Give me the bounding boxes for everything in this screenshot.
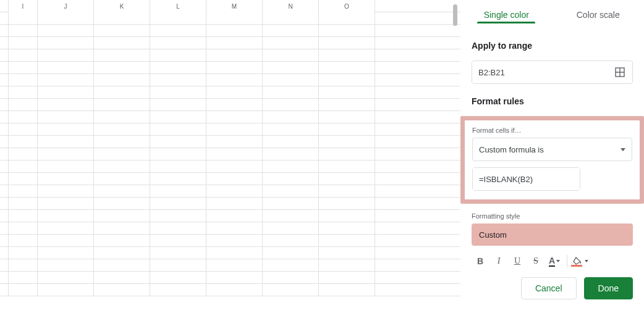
cell[interactable] <box>94 123 150 136</box>
row-handle[interactable] <box>0 49 9 61</box>
cell[interactable] <box>319 136 375 148</box>
column-header[interactable]: J <box>38 0 94 12</box>
row-handle[interactable] <box>0 284 9 296</box>
cell[interactable] <box>38 136 94 148</box>
cell[interactable] <box>9 173 38 185</box>
cell[interactable] <box>150 272 206 284</box>
cell[interactable] <box>319 49 375 62</box>
apply-to-range-input[interactable] <box>472 61 608 83</box>
cell[interactable] <box>263 111 319 123</box>
cell[interactable] <box>94 25 150 37</box>
cell[interactable] <box>319 37 375 49</box>
cell[interactable] <box>206 259 263 272</box>
cell[interactable] <box>150 12 206 25</box>
cell[interactable] <box>94 272 150 284</box>
cell[interactable] <box>38 161 94 173</box>
cell[interactable] <box>150 25 206 37</box>
cell[interactable] <box>206 74 263 86</box>
cell[interactable] <box>150 86 206 99</box>
custom-formula-input[interactable] <box>473 168 580 190</box>
cell[interactable] <box>94 259 150 272</box>
row-handle[interactable] <box>0 185 9 197</box>
cell[interactable] <box>38 37 94 49</box>
cell[interactable] <box>38 210 94 222</box>
cell[interactable] <box>38 74 94 86</box>
cell[interactable] <box>150 111 206 123</box>
cell[interactable] <box>9 37 38 49</box>
cell[interactable] <box>206 235 263 247</box>
row-handle[interactable] <box>0 235 9 246</box>
cell[interactable] <box>263 272 319 284</box>
cell[interactable] <box>9 136 38 148</box>
cell[interactable] <box>9 161 38 173</box>
cell[interactable] <box>9 123 38 136</box>
row-handle[interactable] <box>0 222 9 234</box>
row-handle[interactable] <box>0 99 9 111</box>
cell[interactable] <box>38 123 94 136</box>
cell[interactable] <box>9 235 38 247</box>
cell[interactable] <box>206 173 263 185</box>
cell[interactable] <box>206 99 263 111</box>
row-handle[interactable] <box>0 74 9 86</box>
cell[interactable] <box>150 49 206 62</box>
row-handle[interactable] <box>0 272 9 283</box>
cell[interactable] <box>38 235 94 247</box>
spreadsheet-grid[interactable]: I J K L M N O <box>0 0 460 313</box>
cell[interactable] <box>38 173 94 185</box>
text-color-button[interactable]: A <box>546 252 563 270</box>
cell[interactable] <box>319 185 375 198</box>
cell[interactable] <box>94 49 150 62</box>
cell[interactable] <box>150 235 206 247</box>
cell[interactable] <box>263 148 319 161</box>
cell[interactable] <box>206 111 263 123</box>
cell[interactable] <box>38 111 94 123</box>
cell[interactable] <box>319 259 375 272</box>
cell[interactable] <box>263 123 319 136</box>
column-header[interactable]: O <box>319 0 375 12</box>
cell[interactable] <box>263 136 319 148</box>
cell[interactable] <box>9 210 38 222</box>
cell[interactable] <box>9 148 38 161</box>
row-handle[interactable] <box>0 148 9 160</box>
cell[interactable] <box>38 49 94 62</box>
cell[interactable] <box>9 247 38 259</box>
cell[interactable] <box>206 62 263 74</box>
row-handle[interactable] <box>0 123 9 135</box>
cell[interactable] <box>263 173 319 185</box>
column-header[interactable]: K <box>94 0 150 12</box>
cell[interactable] <box>206 161 263 173</box>
cell[interactable] <box>9 25 38 37</box>
cell[interactable] <box>150 99 206 111</box>
cell[interactable] <box>38 222 94 235</box>
cell[interactable] <box>206 284 263 296</box>
cell[interactable] <box>9 62 38 74</box>
cell[interactable] <box>150 74 206 86</box>
cell[interactable] <box>150 198 206 210</box>
cell[interactable] <box>9 222 38 235</box>
cell[interactable] <box>94 284 150 296</box>
cell[interactable] <box>38 284 94 296</box>
tab-color-scale[interactable]: Color scale <box>553 0 645 30</box>
cell[interactable] <box>150 136 206 148</box>
scrollbar-thumb[interactable] <box>453 4 457 26</box>
row-handle[interactable] <box>0 247 9 259</box>
cell[interactable] <box>319 222 375 235</box>
row-handle[interactable] <box>0 111 9 123</box>
cell[interactable] <box>94 185 150 198</box>
cell[interactable] <box>94 210 150 222</box>
cell[interactable] <box>38 12 94 25</box>
row-handle[interactable] <box>0 37 9 49</box>
cell[interactable] <box>319 74 375 86</box>
row-handle[interactable] <box>0 210 9 222</box>
cell[interactable] <box>38 99 94 111</box>
cell[interactable] <box>206 123 263 136</box>
column-header[interactable]: M <box>206 0 263 12</box>
cell[interactable] <box>206 247 263 259</box>
cell[interactable] <box>94 222 150 235</box>
cell[interactable] <box>150 222 206 235</box>
cell[interactable] <box>263 86 319 99</box>
cell[interactable] <box>263 235 319 247</box>
cell[interactable] <box>319 86 375 99</box>
cell[interactable] <box>38 272 94 284</box>
cell[interactable] <box>319 235 375 247</box>
